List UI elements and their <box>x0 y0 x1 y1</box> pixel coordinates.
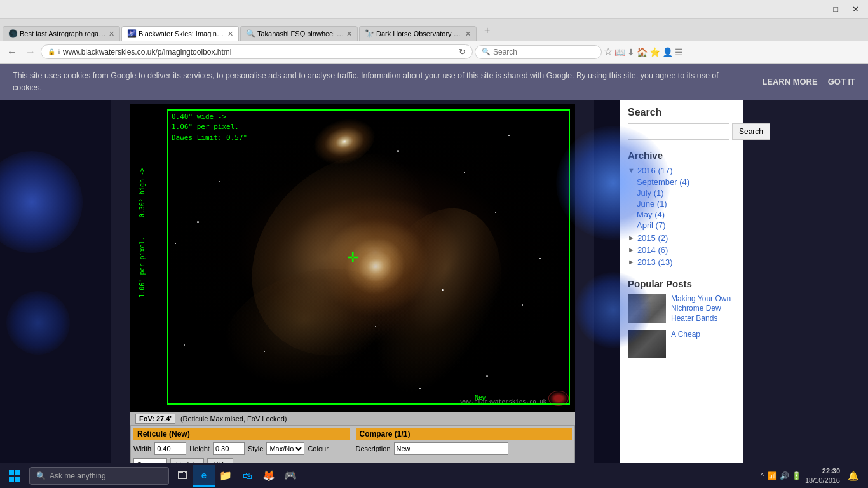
new-tab-btn[interactable]: + <box>478 22 496 39</box>
compare-panel-header: Compare (1/1) <box>356 428 573 440</box>
archive-september[interactable]: September (4) <box>637 177 736 187</box>
sidebar: Search Search Archive ▼ 2016 (17) Septem… <box>620 100 743 478</box>
archive-may[interactable]: May (4) <box>637 209 736 220</box>
taskbar-right: ^ 📶 🔊 🔋 22:30 18/10/2016 🔔 <box>761 466 865 485</box>
tab-3-close[interactable]: ✕ <box>346 30 352 38</box>
tab-4[interactable]: 🔭 Dark Horse Observatory - Ima... ✕ <box>359 26 477 41</box>
popular-post-1-title: Making Your Own Nichrome Dew Heater Band… <box>671 294 736 324</box>
tab-1[interactable]: 🌑 Best fast Astrograph regar... ✕ <box>3 26 120 41</box>
popular-post-2[interactable]: A Cheap <box>628 330 736 358</box>
overlay-wide: 0.40° wide -> <box>172 112 247 123</box>
forward-btn[interactable]: → <box>22 44 39 60</box>
clock-display[interactable]: 22:30 18/10/2016 <box>805 466 840 485</box>
style-select[interactable]: Max/No <box>266 442 304 455</box>
taskbar-edge-btn[interactable]: e <box>193 465 215 487</box>
fov-bar: FoV: 27.4' (Reticule Maximised, FoV Lock… <box>130 412 575 425</box>
search-bar-nav[interactable]: 🔍 <box>475 45 602 59</box>
tab-2[interactable]: 🌌 Blackwater Skies: Imaging ... ✕ <box>121 26 239 41</box>
height-label: Height <box>189 445 210 452</box>
archive-july[interactable]: July (1) <box>637 187 736 198</box>
overlay-watermark: www.blackwaterskies.co.uk <box>461 398 546 405</box>
archive-2013-label: 2013 (13) <box>637 257 673 267</box>
clock-date: 18/10/2016 <box>805 476 840 485</box>
archive-2015[interactable]: ► 2015 (2) <box>628 232 736 244</box>
taskbar-search-icon: 🔍 <box>36 471 46 480</box>
taskbar-firefox-btn[interactable]: 🦊 <box>258 465 280 487</box>
lock-icon: 🔒 <box>48 48 55 55</box>
start-btn[interactable] <box>3 464 27 488</box>
close-btn[interactable]: ✕ <box>848 4 863 14</box>
tab-1-close[interactable]: ✕ <box>109 30 114 38</box>
favorites-btn[interactable]: ⭐ <box>649 47 660 57</box>
archive-2013-toggle: ► <box>628 258 635 266</box>
archive-april[interactable]: April (7) <box>637 220 736 231</box>
taskbar-search[interactable]: 🔍 Ask me anything <box>29 467 169 485</box>
network-icon[interactable]: 📶 <box>768 471 777 480</box>
taskbar-explorer-btn[interactable]: 📁 <box>215 465 236 487</box>
learn-more-btn[interactable]: LEARN MORE <box>762 77 817 86</box>
taskbar-store-btn[interactable]: 🛍 <box>236 465 258 487</box>
taskbar-game-btn[interactable]: 🎮 <box>280 465 301 487</box>
tab-3[interactable]: 🔍 Takahashi FSQ pinwheel g... ✕ <box>240 26 358 41</box>
home-btn[interactable]: 🏠 <box>637 47 648 57</box>
minimize-btn[interactable]: — <box>807 4 823 14</box>
fov-locked-label: (Reticule Maximised, FoV Locked) <box>180 415 287 423</box>
reader-mode-btn[interactable]: 📖 <box>614 47 625 57</box>
download-btn[interactable]: ⬇ <box>627 47 635 57</box>
sidebar-search-section: Search Search <box>628 107 736 140</box>
battery-icon[interactable]: 🔋 <box>792 471 801 480</box>
account-btn[interactable]: 👤 <box>662 47 673 57</box>
archive-2016-label: 2016 (17) <box>637 166 673 175</box>
tab-2-close[interactable]: ✕ <box>227 30 233 38</box>
maximize-btn[interactable]: □ <box>829 4 842 14</box>
refresh-icon[interactable]: ↻ <box>459 47 466 57</box>
cortana-text: Ask me anything <box>50 471 106 480</box>
cookie-banner: This site uses cookies from Google to de… <box>0 64 868 100</box>
got-it-btn[interactable]: GOT IT <box>828 77 855 86</box>
volume-icon[interactable]: 🔊 <box>780 471 789 480</box>
svg-rect-3 <box>15 477 20 482</box>
width-input[interactable] <box>154 442 186 455</box>
logo-placeholder <box>548 391 569 406</box>
archive-2014[interactable]: ► 2014 (6) <box>628 244 736 256</box>
overlay-vertical-text: 1.06" per pixel. 0.30° high -> <box>138 168 147 298</box>
sidebar-search-btn[interactable]: Search <box>732 123 770 140</box>
archive-june[interactable]: June (1) <box>637 198 736 209</box>
tab-4-label: Dark Horse Observatory - Ima... <box>376 30 463 37</box>
bookmark-star-btn[interactable]: ☆ <box>604 46 613 58</box>
popular-post-1[interactable]: Making Your Own Nichrome Dew Heater Band… <box>628 294 736 324</box>
sidebar-archive-section: Archive ▼ 2016 (17) September (4) July (… <box>628 150 736 268</box>
sidebar-popular-section: Popular Posts Making Your Own Nichrome D… <box>628 278 736 359</box>
popular-thumb-1 <box>628 294 666 323</box>
archive-2015-label: 2015 (2) <box>637 233 668 243</box>
taskbar: 🔍 Ask me anything 🗔 e 📁 🛍 🦊 🎮 ^ 📶 🔊 🔋 22… <box>0 463 868 488</box>
sys-tray-expand[interactable]: ^ <box>761 472 764 480</box>
imaging-viewport: ✛ 0.40° wide -> 1.06" per pixel. Dawes L… <box>130 104 575 412</box>
archive-2016-sub: September (4) July (1) June (1) May (4) … <box>628 177 736 231</box>
description-input[interactable] <box>394 442 508 455</box>
sidebar-popular-title: Popular Posts <box>628 278 736 289</box>
left-decoration <box>0 100 111 478</box>
address-bar[interactable]: 🔒 ℹ www.blackwaterskies.co.uk/p/imagingt… <box>41 44 473 59</box>
archive-2014-label: 2014 (6) <box>637 245 668 255</box>
back-btn[interactable]: ← <box>4 44 20 60</box>
search-nav-input[interactable] <box>493 48 595 57</box>
height-input[interactable] <box>213 442 245 455</box>
sidebar-search-title: Search <box>628 107 736 118</box>
tab-3-label: Takahashi FSQ pinwheel g... <box>257 30 344 37</box>
svg-rect-0 <box>9 470 14 475</box>
sidebar-archive-title: Archive <box>628 150 736 161</box>
sidebar-search-input[interactable] <box>628 123 729 140</box>
archive-2016[interactable]: ▼ 2016 (17) <box>628 165 736 177</box>
address-info-icon: ℹ <box>58 48 60 55</box>
menu-btn[interactable]: ☰ <box>675 47 683 57</box>
tabs-bar: 🌑 Best fast Astrograph regar... ✕ 🌌 Blac… <box>0 19 868 41</box>
task-view-btn[interactable]: 🗔 <box>172 465 193 487</box>
archive-2013[interactable]: ► 2013 (13) <box>628 256 736 268</box>
windows-icon <box>8 470 21 482</box>
galaxy-background <box>130 104 575 412</box>
search-nav-icon: 🔍 <box>482 48 491 56</box>
archive-2015-toggle: ► <box>628 234 635 241</box>
notification-center-btn[interactable]: 🔔 <box>844 467 862 485</box>
tab-4-close[interactable]: ✕ <box>465 30 471 38</box>
